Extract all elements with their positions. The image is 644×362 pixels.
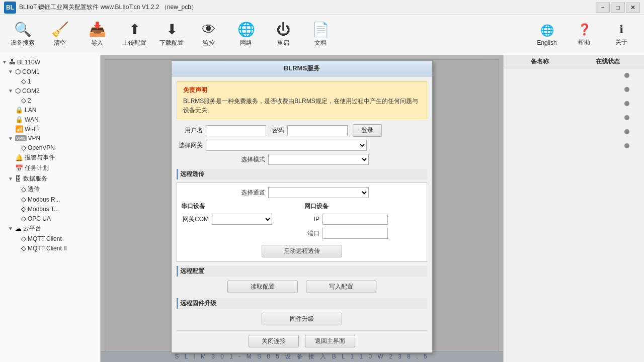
import-icon: 📥 bbox=[89, 23, 106, 37]
expand-icon bbox=[8, 126, 14, 132]
toolbar-search-button[interactable]: 🔍 设备搜索 bbox=[5, 18, 40, 53]
expand-icon bbox=[8, 155, 14, 160]
right-panel-rows bbox=[504, 68, 644, 362]
sidebar-item-modbusr[interactable]: ◇ Modbus R... bbox=[0, 195, 100, 204]
port-input[interactable] bbox=[323, 228, 388, 239]
sidebar-item-bl110w[interactable]: ▼ 🖧 BL110W bbox=[0, 57, 100, 67]
username-input[interactable] bbox=[206, 125, 266, 136]
help-label: 帮助 bbox=[578, 38, 590, 47]
mode-select[interactable] bbox=[268, 154, 369, 165]
sidebar-item-com1[interactable]: ▼ ⬡ COM1 bbox=[0, 67, 100, 76]
channel-label: 选择通道 bbox=[235, 189, 265, 197]
sidebar-item-pass[interactable]: ◇ 透传 bbox=[0, 184, 100, 195]
gateway-com-select[interactable] bbox=[212, 214, 272, 225]
start-btn-row: 启动远程透传 bbox=[181, 245, 423, 257]
sidebar-item-mqtt2[interactable]: ◇ MQTT Client II bbox=[0, 243, 100, 253]
gateway-select[interactable] bbox=[206, 140, 367, 151]
blrms-dialog: BLRMS服务 免责声明 BLRMS服务是一种免费服务，是否收费由BLRMS规定… bbox=[171, 60, 433, 353]
minimize-button[interactable]: － bbox=[596, 3, 610, 13]
toolbar-download-button[interactable]: ⬇ 下载配置 bbox=[154, 18, 189, 53]
sidebar-item-alert[interactable]: 🔔 报警与事件 bbox=[0, 152, 100, 163]
expand-icon bbox=[14, 236, 20, 241]
remote-transmission-header: 远程透传 bbox=[177, 169, 427, 179]
about-button[interactable]: ℹ 关于 bbox=[604, 18, 639, 53]
com2-icon: ⬡ bbox=[15, 87, 21, 95]
sidebar-item-lan[interactable]: 🔒 LAN bbox=[0, 105, 100, 115]
table-row bbox=[504, 97, 644, 111]
table-row bbox=[504, 139, 644, 153]
sidebar-item-label: Wi-Fi bbox=[25, 126, 39, 133]
monitor-icon: 👁 bbox=[202, 23, 216, 37]
wifi-icon: 📶 bbox=[15, 125, 23, 133]
sidebar-item-label: WAN bbox=[25, 116, 39, 123]
back-main-button[interactable]: 返回主界面 bbox=[305, 335, 355, 347]
sidebar-item-datasvc[interactable]: ▼ 🗄 数据服务 bbox=[0, 173, 100, 184]
notice-text: BLRMS服务是一种免费服务，是否收费由BLRMS规定，在使用过程中产生的任何问… bbox=[183, 97, 421, 115]
serial-col: 串口设备 网关COM bbox=[181, 202, 299, 242]
sidebar-item-openvpn[interactable]: ◇ OpenVPN bbox=[0, 143, 100, 152]
toolbar-network-button[interactable]: 🌐 网络 bbox=[228, 18, 264, 53]
sidebar-item-wifi[interactable]: 📶 Wi-Fi bbox=[0, 124, 100, 134]
username-label: 用户名 bbox=[177, 126, 203, 135]
table-row bbox=[504, 82, 644, 97]
close-connection-button[interactable]: 关闭连接 bbox=[249, 335, 299, 347]
toolbar-document-button[interactable]: 📄 文档 bbox=[303, 18, 338, 53]
expand-icon bbox=[14, 206, 20, 212]
read-config-button[interactable]: 读取配置 bbox=[227, 281, 298, 293]
toolbar-import-button[interactable]: 📥 导入 bbox=[79, 18, 115, 53]
expand-icon bbox=[14, 98, 20, 103]
expand-icon: ▼ bbox=[8, 136, 14, 141]
sidebar-item-cloud[interactable]: ▼ ☁ 云平台 bbox=[0, 223, 100, 234]
expand-icon bbox=[14, 187, 20, 192]
status-cell bbox=[612, 87, 642, 92]
toolbar-upload-button[interactable]: ⬆ 上传配置 bbox=[117, 18, 152, 53]
remote-transmission-section: 选择通道 串口设备 网关COM bbox=[177, 183, 427, 262]
close-button[interactable]: ✕ bbox=[626, 3, 640, 13]
firmware-upgrade-button[interactable]: 固件升级 bbox=[262, 313, 342, 325]
device-icon: ◇ bbox=[21, 97, 26, 104]
sidebar-item-com2[interactable]: ▼ ⬡ COM2 bbox=[0, 86, 100, 96]
sidebar-item-label: MQTT Client bbox=[28, 235, 62, 242]
serial-title: 串口设备 bbox=[181, 202, 299, 211]
main-layout: ▼ 🖧 BL110W ▼ ⬡ COM1 ◇ 1 ▼ ⬡ COM2 ◇ 2 🔒 L bbox=[0, 55, 644, 362]
sidebar-item-label: 透传 bbox=[28, 185, 40, 194]
status-dot bbox=[624, 115, 629, 120]
sidebar-item-opcua[interactable]: ◇ OPC UA bbox=[0, 214, 100, 223]
sidebar-item-mqtt1[interactable]: ◇ MQTT Client bbox=[0, 234, 100, 243]
notice-title: 免责声明 bbox=[183, 86, 421, 95]
dialog-body: 免责声明 BLRMS服务是一种免费服务，是否收费由BLRMS规定，在使用过程中产… bbox=[172, 76, 432, 352]
toolbar-clear-button[interactable]: 🧹 清空 bbox=[42, 18, 77, 53]
channel-select[interactable] bbox=[268, 187, 369, 198]
expand-icon bbox=[8, 165, 14, 171]
maximize-button[interactable]: □ bbox=[611, 3, 625, 13]
start-remote-button[interactable]: 启动远程透传 bbox=[262, 245, 342, 257]
sidebar-item-vpn[interactable]: ▼ VPN VPN bbox=[0, 134, 100, 143]
ip-input[interactable] bbox=[323, 214, 388, 225]
gateway-com-row: 网关COM bbox=[181, 214, 299, 225]
dialog-title: BLRMS服务 bbox=[172, 61, 432, 76]
sidebar-item-wan[interactable]: 🔒 WAN bbox=[0, 115, 100, 124]
alert-icon: 🔔 bbox=[15, 154, 23, 161]
write-config-button[interactable]: 写入配置 bbox=[306, 281, 376, 293]
language-icon: 🌐 bbox=[540, 24, 554, 37]
toolbar-monitor-button[interactable]: 👁 监控 bbox=[191, 18, 226, 53]
help-button[interactable]: ❓ 帮助 bbox=[567, 18, 602, 53]
com1-icon: ⬡ bbox=[15, 68, 21, 75]
language-button[interactable]: 🌐 English bbox=[529, 18, 565, 53]
sidebar-item-com2-2[interactable]: ◇ 2 bbox=[0, 96, 100, 105]
remote-upgrade-buttons: 固件升级 bbox=[177, 313, 427, 325]
password-input[interactable] bbox=[287, 125, 348, 136]
toolbar-power-label: 重启 bbox=[277, 39, 289, 47]
sidebar-item-com1-1[interactable]: ◇ 1 bbox=[0, 76, 100, 86]
sidebar-item-modbusr2[interactable]: ◇ Modbus T... bbox=[0, 204, 100, 214]
login-button[interactable]: 登录 bbox=[353, 124, 382, 137]
device-icon: ◇ bbox=[21, 196, 26, 203]
sidebar-item-label: Modbus T... bbox=[28, 206, 59, 213]
sidebar-item-label: 数据服务 bbox=[23, 174, 47, 183]
sidebar-item-task[interactable]: 📅 任务计划 bbox=[0, 163, 100, 173]
sidebar-item-label: LAN bbox=[25, 107, 36, 114]
status-dot bbox=[624, 87, 629, 92]
expand-icon: ▼ bbox=[8, 88, 14, 94]
datasvc-icon: 🗄 bbox=[15, 175, 22, 183]
toolbar-power-button[interactable]: ⏻ 重启 bbox=[266, 18, 301, 53]
